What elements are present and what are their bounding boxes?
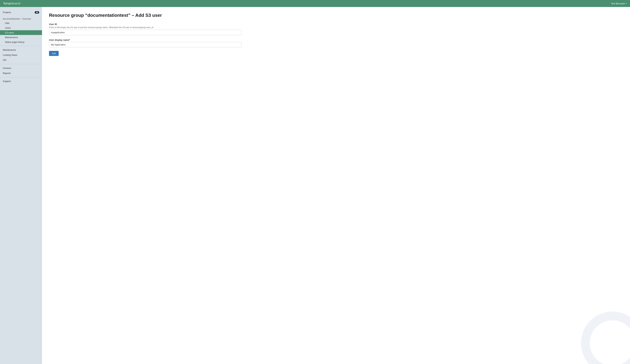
user-id-label: User ID xyxy=(49,23,242,25)
divider-2 xyxy=(0,64,42,64)
sidebar-item-support[interactable]: Support xyxy=(0,79,42,84)
topnav: flyingcircus.io Test Benutzer xyxy=(0,0,630,7)
sidebar-item-status-page-history[interactable]: Status page history xyxy=(0,40,42,44)
resource-group-section: documentationtest – Overview VMs Users S… xyxy=(0,16,42,44)
main-content: Resource group “documentationtest” – Add… xyxy=(42,7,630,364)
sidebar-item-maintenance-global[interactable]: Maintenance xyxy=(0,47,42,52)
sidebar-item-looking-glass[interactable]: Looking Glass xyxy=(0,52,42,57)
bg-decoration xyxy=(581,312,630,364)
sidebar-item-vms[interactable]: VMs xyxy=(0,21,42,25)
user-id-hint: If this is left empty, the S3 user is ju… xyxy=(49,26,242,29)
sidebar-item-users[interactable]: Users xyxy=(0,25,42,30)
logo[interactable]: flyingcircus.io xyxy=(4,2,20,5)
page-title: Resource group “documentationtest” – Add… xyxy=(49,12,623,18)
sidebar-item-s3users[interactable]: S3 users xyxy=(0,30,42,35)
divider-1 xyxy=(0,46,42,46)
display-name-input[interactable] xyxy=(49,42,242,47)
sidebar-item-api[interactable]: API xyxy=(0,57,42,63)
section-label: documentationtest – Overview xyxy=(0,16,42,21)
sidebar: Projects 46 documentationtest – Overview… xyxy=(0,7,42,364)
display-name-group: User display name* xyxy=(49,39,242,47)
sidebar-item-invoices[interactable]: Invoices xyxy=(0,65,42,71)
user-id-group: User ID If this is left empty, the S3 us… xyxy=(49,23,242,35)
projects-badge: 46 xyxy=(35,11,39,14)
projects-label: Projects xyxy=(3,11,11,14)
projects-section: Projects 46 xyxy=(0,10,42,15)
add-button[interactable]: Add xyxy=(49,51,58,56)
sidebar-item-projects[interactable]: Projects 46 xyxy=(0,10,42,15)
display-name-label: User display name* xyxy=(49,39,242,41)
user-id-input[interactable] xyxy=(49,30,242,35)
sidebar-item-reports[interactable]: Reports xyxy=(0,71,42,76)
user-menu[interactable]: Test Benutzer xyxy=(611,2,627,5)
sidebar-item-maintenance[interactable]: Maintenance xyxy=(0,35,42,40)
